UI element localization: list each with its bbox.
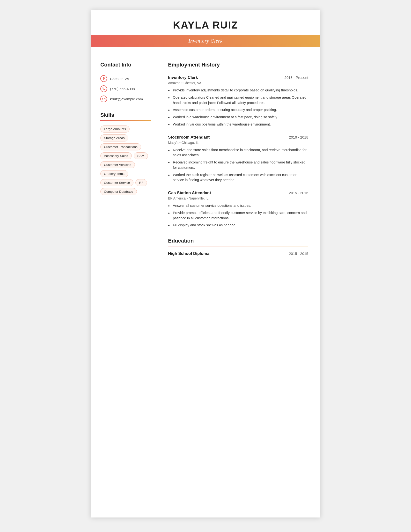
resume-header: KAYLA RUIZ Inventory Clerk bbox=[91, 10, 320, 52]
skills-list: Large AmountsStorage AreasCustomer Trans… bbox=[100, 125, 151, 195]
job-dates: 2018 - Present bbox=[285, 76, 308, 80]
employment-section: Employment History Inventory Clerk2018 -… bbox=[168, 62, 308, 228]
education-block: High School Diploma2015 - 2015 bbox=[168, 251, 308, 256]
contact-section-title: Contact Info bbox=[100, 62, 151, 68]
job-header: Gas Station Attendant2015 - 2016 bbox=[168, 190, 308, 195]
education-list: High School Diploma2015 - 2015 bbox=[168, 251, 308, 256]
job-bullet: Provide inventory adjustments detail to … bbox=[168, 88, 308, 93]
employment-section-title: Employment History bbox=[168, 62, 308, 68]
job-bullet: Received incoming freight to ensure the … bbox=[168, 160, 308, 171]
email-text: kruiz@example.com bbox=[110, 97, 143, 101]
contact-divider bbox=[100, 70, 151, 70]
skill-tag: SAM bbox=[134, 152, 148, 159]
email-icon bbox=[100, 95, 107, 102]
skills-section-title: Skills bbox=[100, 112, 151, 118]
job-header: Inventory Clerk2018 - Present bbox=[168, 75, 308, 80]
job-dates: 2016 - 2018 bbox=[289, 135, 308, 139]
contact-section: Contact Info Chester, VA bbox=[100, 62, 151, 102]
candidate-name: KAYLA RUIZ bbox=[91, 19, 320, 31]
main-content: Employment History Inventory Clerk2018 -… bbox=[158, 62, 320, 256]
contact-email: kruiz@example.com bbox=[100, 95, 151, 102]
education-section-title: Education bbox=[168, 238, 308, 244]
job-bullet: Assemble customer orders, ensuring accur… bbox=[168, 107, 308, 113]
skill-tag: Customer Service bbox=[100, 179, 133, 186]
employment-divider bbox=[168, 70, 308, 70]
skill-tag: Storage Areas bbox=[100, 134, 128, 142]
job-bullet: Fill display and stock shelves as needed… bbox=[168, 223, 308, 228]
job-bullet: Worked the cash register as well as assi… bbox=[168, 172, 308, 183]
phone-text: (770) 555-4098 bbox=[110, 87, 135, 91]
job-company: Amazon • Chester, VA bbox=[168, 81, 308, 85]
skill-tag: Customer Vehicles bbox=[100, 161, 135, 168]
job-bullet: Worked in various positions within the w… bbox=[168, 122, 308, 127]
jobs-list: Inventory Clerk2018 - PresentAmazon • Ch… bbox=[168, 75, 308, 228]
location-text: Chester, VA bbox=[110, 77, 129, 81]
edu-dates: 2015 - 2015 bbox=[289, 251, 308, 256]
title-bar: Inventory Clerk bbox=[91, 35, 320, 47]
edu-header: High School Diploma2015 - 2015 bbox=[168, 251, 308, 256]
skill-tag: RF bbox=[135, 179, 147, 186]
skills-divider bbox=[100, 120, 151, 121]
phone-icon bbox=[100, 85, 107, 92]
skill-tag: Accessory Sales bbox=[100, 152, 132, 159]
skills-section: Skills Large AmountsStorage AreasCustome… bbox=[100, 112, 151, 195]
job-company: BP America • Naperville, IL bbox=[168, 196, 308, 200]
job-dates: 2015 - 2016 bbox=[289, 191, 308, 195]
resume-body: Contact Info Chester, VA bbox=[91, 52, 320, 266]
contact-location: Chester, VA bbox=[100, 75, 151, 82]
job-bullet: Provide prompt, efficient and friendly c… bbox=[168, 210, 308, 221]
job-company: Macy's • Chicago, IL bbox=[168, 141, 308, 145]
job-header: Stockroom Attendant2016 - 2018 bbox=[168, 135, 308, 140]
skill-tag: Large Amounts bbox=[100, 125, 130, 133]
svg-rect-0 bbox=[102, 98, 105, 100]
job-block: Stockroom Attendant2016 - 2018Macy's • C… bbox=[168, 135, 308, 183]
skill-tag: Grocery Items bbox=[100, 170, 128, 177]
skill-tag: Computer Database bbox=[100, 188, 137, 195]
job-bullet: Answer all customer service questions an… bbox=[168, 203, 308, 209]
job-bullet: Operated calculators Cleaned and maintai… bbox=[168, 95, 308, 106]
resume-document: KAYLA RUIZ Inventory Clerk Contact Info … bbox=[91, 10, 320, 517]
sidebar: Contact Info Chester, VA bbox=[91, 62, 158, 256]
job-block: Gas Station Attendant2015 - 2016BP Ameri… bbox=[168, 190, 308, 228]
job-title: Stockroom Attendant bbox=[168, 135, 210, 140]
contact-phone: (770) 555-4098 bbox=[100, 85, 151, 92]
candidate-title: Inventory Clerk bbox=[91, 38, 320, 44]
job-title: Inventory Clerk bbox=[168, 75, 198, 80]
job-bullet: Worked in a warehouse environment at a f… bbox=[168, 115, 308, 120]
education-divider bbox=[168, 246, 308, 247]
skill-tag: Customer Transactions bbox=[100, 143, 141, 150]
edu-degree: High School Diploma bbox=[168, 251, 209, 256]
education-section: Education High School Diploma2015 - 2015 bbox=[168, 238, 308, 256]
job-title: Gas Station Attendant bbox=[168, 190, 211, 195]
location-icon bbox=[100, 75, 107, 82]
job-bullet: Receive and store sales floor merchandis… bbox=[168, 148, 308, 158]
job-block: Inventory Clerk2018 - PresentAmazon • Ch… bbox=[168, 75, 308, 127]
